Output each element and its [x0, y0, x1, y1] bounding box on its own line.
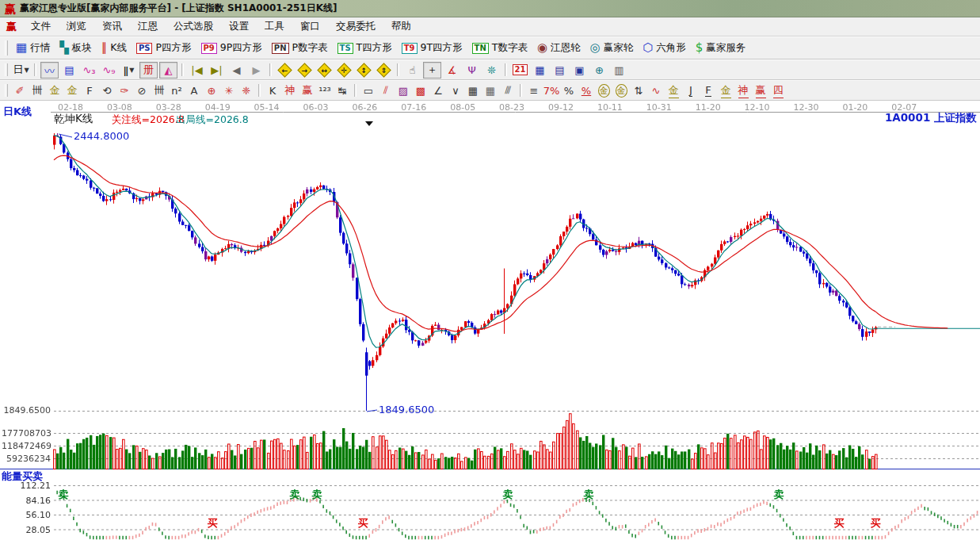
target-icon[interactable]: ⊕: [204, 82, 219, 99]
ying-ruler-icon[interactable]: 赢: [299, 82, 315, 99]
shen-angle-icon[interactable]: 神: [735, 82, 751, 99]
fib-ruler-icon[interactable]: F: [82, 82, 97, 99]
ruler-123-icon[interactable]: ¹²³: [317, 82, 333, 99]
pan-hand-icon[interactable]: ☝: [403, 62, 421, 79]
toolbar-button-t-table[interactable]: TNT数字表: [467, 40, 532, 56]
angle-measure-icon[interactable]: ∡: [443, 62, 461, 79]
comb-icon[interactable]: 卌: [151, 82, 167, 99]
toolbar-button-t-square[interactable]: TST四方形: [333, 40, 397, 56]
calculator-icon[interactable]: ▦: [531, 62, 549, 79]
toolbar-button-winner-wheel[interactable]: ◎赢家轮: [585, 40, 639, 56]
gold-angle-icon[interactable]: 金: [718, 82, 734, 99]
text-tool-icon[interactable]: A: [186, 82, 202, 99]
parallel-lines-icon[interactable]: ⫻: [500, 82, 516, 99]
toolbar-button-quotes[interactable]: ▦行情: [11, 40, 55, 56]
kline-chart-canvas[interactable]: [0, 101, 980, 540]
angle-rays-icon[interactable]: ∠: [430, 82, 446, 99]
rect-tool-icon[interactable]: ▭: [360, 82, 376, 99]
toolbar-button-sectors[interactable]: ▚板块: [55, 40, 97, 56]
ying-angle-icon[interactable]: 赢: [753, 82, 768, 99]
info-panel-icon[interactable]: ▤: [60, 62, 78, 79]
menu-item-6[interactable]: 工具: [257, 17, 292, 36]
compress-icon[interactable]: ✛: [335, 62, 353, 79]
menu-item-7[interactable]: 窗口: [292, 17, 328, 36]
toolbar-grip[interactable]: [5, 63, 8, 77]
chart-overview-icon[interactable]: 〰: [40, 62, 59, 79]
period-label[interactable]: 日K线: [3, 105, 32, 119]
prev-page-icon[interactable]: ◀: [227, 62, 246, 79]
percent-icon[interactable]: %: [561, 82, 577, 99]
toolbar-button-hexagon[interactable]: ⬡六角形: [638, 40, 691, 56]
tick-ruler-icon[interactable]: 卌: [29, 82, 45, 99]
toolbar-button-gann-wheel[interactable]: ◉江恩轮: [532, 40, 585, 56]
menu-item-1[interactable]: 浏览: [59, 17, 94, 36]
grid-icon[interactable]: ▦: [465, 82, 481, 99]
grid-shift-icon[interactable]: ▦: [482, 82, 498, 99]
fit-screen-icon[interactable]: ⇕: [375, 62, 393, 79]
color-kline-icon[interactable]: ◭: [159, 62, 177, 79]
last-page-icon[interactable]: ▶|: [208, 62, 226, 79]
period-selector-icon[interactable]: 日▼: [12, 62, 30, 79]
crosshair-icon[interactable]: ＋: [423, 62, 441, 79]
print-icon[interactable]: ▥: [610, 62, 628, 79]
toolbar-button-kline[interactable]: ∥K线: [97, 40, 132, 56]
gold-line-icon[interactable]: 金: [665, 82, 681, 99]
k-count-icon[interactable]: K: [265, 82, 280, 99]
f-angle-icon[interactable]: F: [700, 82, 716, 99]
knife2-icon[interactable]: ✑: [116, 82, 132, 99]
zigzag-icon[interactable]: ∨: [448, 82, 463, 99]
wave-3-icon[interactable]: ∿₃: [80, 62, 98, 79]
save-icon[interactable]: ▣: [570, 62, 589, 79]
toolbar-button-winner-service[interactable]: $赢家服务: [691, 40, 751, 56]
menu-item-8[interactable]: 交易委托: [328, 17, 383, 36]
menu-item-5[interactable]: 设置: [221, 17, 257, 36]
gann-kline-icon[interactable]: 册: [139, 62, 158, 79]
gold-ruler-icon[interactable]: 金: [47, 82, 63, 99]
toolbar-button-p-table[interactable]: PNP数字表: [267, 40, 333, 56]
boxed-fan-icon[interactable]: ▨: [395, 82, 411, 99]
web-update-icon[interactable]: ⊕: [590, 62, 608, 79]
first-page-icon[interactable]: |◀: [188, 62, 206, 79]
candle-style-icon-dropdown-arrow[interactable]: ▼: [129, 67, 134, 74]
price-count-icon[interactable]: ≡: [526, 82, 542, 99]
wave-9-icon[interactable]: ∿₉: [100, 62, 118, 79]
boxed-fan2-icon[interactable]: ▩: [413, 82, 429, 99]
toolbar-button-p-square[interactable]: PSP四方形: [132, 40, 196, 56]
n2-cycle-icon[interactable]: n²: [169, 82, 185, 99]
spiral-icon[interactable]: ⟲: [99, 82, 115, 99]
gold-ruler2-icon[interactable]: 金: [64, 82, 80, 99]
menu-item-2[interactable]: 资讯: [94, 17, 130, 36]
brush-updown-icon[interactable]: ⇅: [631, 82, 646, 99]
gold-circle2-icon[interactable]: 金: [613, 82, 629, 99]
gold-circle-icon[interactable]: 金: [596, 82, 612, 99]
neural-icon[interactable]: ❊: [482, 62, 501, 79]
j-angle-icon[interactable]: J: [683, 82, 699, 99]
si-angle-icon[interactable]: 四: [770, 82, 786, 99]
expand-h-icon[interactable]: ↔: [315, 62, 334, 79]
percent-line-icon[interactable]: %: [578, 82, 594, 99]
cycle-clock-icon[interactable]: ⊘: [134, 82, 150, 99]
toolbar-button-9t-square[interactable]: T99T四方形: [397, 40, 467, 56]
toolbar-button-9p-square[interactable]: P99P四方形: [196, 40, 267, 56]
menu-item-4[interactable]: 公式选股: [166, 17, 221, 36]
period-selector-icon-dropdown-arrow[interactable]: ▼: [24, 67, 29, 74]
ray-fan-icon[interactable]: ⫽: [378, 82, 394, 99]
calendar-icon[interactable]: 21: [511, 62, 529, 79]
menu-item-0[interactable]: 文件: [23, 17, 59, 36]
toolbar-grip[interactable]: [5, 84, 8, 98]
boxed-web-icon[interactable]: ❈: [238, 82, 254, 99]
shift-right-icon[interactable]: →: [296, 62, 314, 79]
notes-icon[interactable]: ▤: [551, 62, 569, 79]
chart-area[interactable]: 日K线 乾坤K线 关注线=2026.8 出局线=2026.8 1A0001 上证…: [0, 101, 980, 540]
shen-ruler-icon[interactable]: 神: [282, 82, 298, 99]
menu-item-9[interactable]: 帮助: [383, 17, 419, 36]
candle-style-icon[interactable]: ǁ▼: [120, 62, 138, 79]
wave-a-icon[interactable]: ∿: [648, 82, 664, 99]
expand-v-icon[interactable]: ↕: [355, 62, 373, 79]
span-arrow-icon[interactable]: ↹: [334, 82, 350, 99]
gann-tool-icon[interactable]: Ψ: [463, 62, 481, 79]
menu-item-3[interactable]: 江恩: [130, 17, 166, 36]
next-page-icon[interactable]: ▶: [247, 62, 265, 79]
percent7-icon[interactable]: 7%: [543, 82, 559, 99]
eraser-knife-icon[interactable]: ✐: [12, 82, 28, 99]
